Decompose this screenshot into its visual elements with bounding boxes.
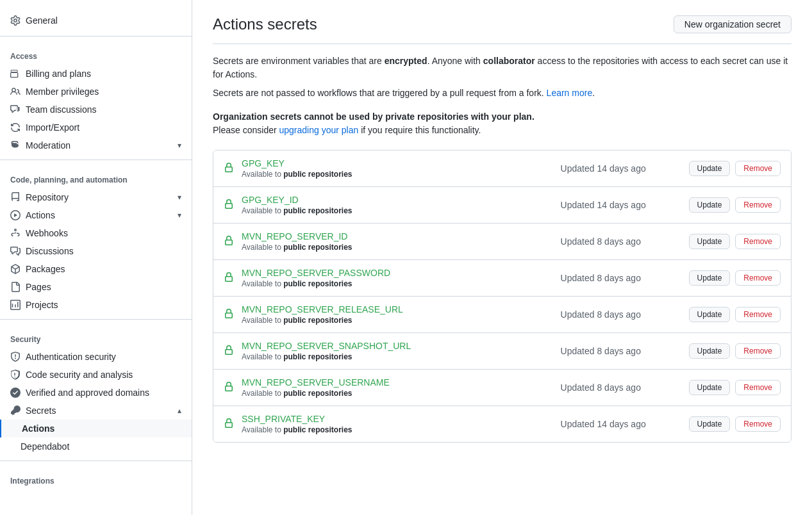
sidebar-item-moderation[interactable]: Moderation ▾ <box>0 136 192 154</box>
upgrading-plan-link[interactable]: upgrading your plan <box>279 125 359 135</box>
moderation-icon <box>10 140 21 151</box>
sidebar-item-code-security[interactable]: Code security and analysis <box>0 366 192 384</box>
secret-availability: Available to public repositories <box>242 425 561 434</box>
info-line1: Secrets are environment variables that a… <box>213 54 791 81</box>
update-button[interactable]: Update <box>689 234 731 249</box>
key-icon <box>10 405 21 416</box>
actions-chevron-icon: ▾ <box>178 211 181 220</box>
sidebar: General Access Billing and plans Member … <box>0 0 192 515</box>
secret-name[interactable]: MVN_REPO_SERVER_USERNAME <box>242 377 390 388</box>
webhook-icon <box>10 228 21 238</box>
update-button[interactable]: Update <box>689 307 731 322</box>
shield-icon <box>10 352 21 362</box>
info-line2: Secrets are not passed to workflows that… <box>213 86 791 100</box>
secret-name[interactable]: MVN_REPO_SERVER_ID <box>242 231 347 241</box>
sidebar-section-code: Code, planning, and automation <box>0 165 192 188</box>
remove-button[interactable]: Remove <box>735 234 781 249</box>
remove-button[interactable]: Remove <box>735 343 781 359</box>
table-row: MVN_REPO_SERVER_USERNAME Available to pu… <box>213 370 791 406</box>
pages-icon <box>10 282 21 292</box>
lock-icon <box>224 199 234 211</box>
sidebar-section-security: Security <box>0 325 192 348</box>
update-button[interactable]: Update <box>689 270 731 286</box>
sidebar-item-actions-secrets-label: Actions <box>22 423 54 434</box>
remove-button[interactable]: Remove <box>735 416 781 432</box>
secret-updated: Updated 8 days ago <box>561 236 689 247</box>
remove-button[interactable]: Remove <box>735 161 781 176</box>
sidebar-item-secrets-label: Secrets <box>26 405 56 416</box>
sidebar-item-member-privileges[interactable]: Member privileges <box>0 83 192 101</box>
secret-name[interactable]: MVN_REPO_SERVER_RELEASE_URL <box>242 304 403 315</box>
codesecurity-icon <box>10 370 21 380</box>
update-button[interactable]: Update <box>689 197 731 213</box>
main-content: Actions secrets New organization secret … <box>192 0 812 515</box>
sidebar-item-dependabot-secrets[interactable]: Dependabot <box>0 437 192 455</box>
secret-info: MVN_REPO_SERVER_ID Available to public r… <box>242 231 561 252</box>
remove-button[interactable]: Remove <box>735 307 781 322</box>
sidebar-item-auth-security[interactable]: Authentication security <box>0 348 192 366</box>
warning-box: Organization secrets cannot be used by p… <box>213 110 791 137</box>
sidebar-item-projects[interactable]: Projects <box>0 296 192 314</box>
sidebar-item-pages[interactable]: Pages <box>0 278 192 296</box>
secret-name[interactable]: MVN_REPO_SERVER_PASSWORD <box>242 268 390 278</box>
learn-more-link[interactable]: Learn more <box>547 88 593 98</box>
sidebar-item-webhooks[interactable]: Webhooks <box>0 224 192 242</box>
sidebar-item-verified-domains[interactable]: Verified and approved domains <box>0 384 192 402</box>
secret-actions: Update Remove <box>689 416 781 432</box>
update-button[interactable]: Update <box>689 380 731 395</box>
secret-name[interactable]: GPG_KEY <box>242 158 285 168</box>
secret-name[interactable]: MVN_REPO_SERVER_SNAPSHOT_URL <box>242 341 411 351</box>
sidebar-item-actions-secrets[interactable]: Actions <box>0 420 192 437</box>
secret-info: MVN_REPO_SERVER_SNAPSHOT_URL Available t… <box>242 341 561 361</box>
remove-button[interactable]: Remove <box>735 270 781 286</box>
sidebar-item-packages[interactable]: Packages <box>0 260 192 278</box>
page-title: Actions secrets <box>213 15 317 33</box>
sidebar-item-actions-label: Actions <box>26 210 55 220</box>
table-row: MVN_REPO_SERVER_PASSWORD Available to pu… <box>213 260 791 297</box>
secret-availability: Available to public repositories <box>242 170 561 179</box>
remove-button[interactable]: Remove <box>735 197 781 213</box>
sidebar-divider-3 <box>0 319 192 320</box>
sidebar-item-team-discussions[interactable]: Team discussions <box>0 101 192 119</box>
secret-info: GPG_KEY_ID Available to public repositor… <box>242 195 561 215</box>
sidebar-divider-2 <box>0 159 192 160</box>
new-organization-secret-button[interactable]: New organization secret <box>674 15 791 33</box>
sidebar-item-import-export[interactable]: Import/Export <box>0 119 192 136</box>
secret-updated: Updated 8 days ago <box>561 346 689 356</box>
secret-availability: Available to public repositories <box>242 279 561 288</box>
sidebar-section-integrations: Integrations <box>0 466 192 489</box>
sidebar-item-billing[interactable]: Billing and plans <box>0 65 192 83</box>
secret-actions: Update Remove <box>689 197 781 213</box>
remove-button[interactable]: Remove <box>735 380 781 395</box>
table-row: MVN_REPO_SERVER_RELEASE_URL Available to… <box>213 297 791 333</box>
update-button[interactable]: Update <box>689 416 731 432</box>
sidebar-item-billing-label: Billing and plans <box>26 69 91 79</box>
sidebar-item-general[interactable]: General <box>0 10 192 31</box>
sidebar-item-repository[interactable]: Repository ▾ <box>0 188 192 206</box>
sidebar-item-secrets[interactable]: Secrets ▴ <box>0 402 192 420</box>
secret-name[interactable]: SSH_PRIVATE_KEY <box>242 414 325 424</box>
secret-availability: Available to public repositories <box>242 352 561 361</box>
secret-actions: Update Remove <box>689 161 781 176</box>
sidebar-item-webhooks-label: Webhooks <box>26 228 68 238</box>
secret-info: MVN_REPO_SERVER_RELEASE_URL Available to… <box>242 304 561 325</box>
sidebar-item-team-discussions-label: Team discussions <box>26 104 97 115</box>
secret-info: MVN_REPO_SERVER_USERNAME Available to pu… <box>242 377 561 398</box>
secret-name[interactable]: GPG_KEY_ID <box>242 195 299 205</box>
table-row: MVN_REPO_SERVER_ID Available to public r… <box>213 224 791 260</box>
sidebar-item-actions[interactable]: Actions ▾ <box>0 206 192 224</box>
repository-chevron-icon: ▾ <box>178 193 181 202</box>
sidebar-item-packages-label: Packages <box>26 264 65 274</box>
comment-icon <box>10 104 21 115</box>
sidebar-item-discussions[interactable]: Discussions <box>0 242 192 260</box>
page-header: Actions secrets New organization secret <box>213 15 791 44</box>
sidebar-item-code-security-label: Code security and analysis <box>26 370 133 380</box>
sidebar-item-pages-label: Pages <box>26 282 51 292</box>
table-row: MVN_REPO_SERVER_SNAPSHOT_URL Available t… <box>213 333 791 370</box>
secret-availability: Available to public repositories <box>242 243 561 252</box>
update-button[interactable]: Update <box>689 161 731 176</box>
update-button[interactable]: Update <box>689 343 731 359</box>
secret-actions: Update Remove <box>689 307 781 322</box>
billing-icon <box>10 69 21 79</box>
sidebar-divider-1 <box>0 36 192 37</box>
